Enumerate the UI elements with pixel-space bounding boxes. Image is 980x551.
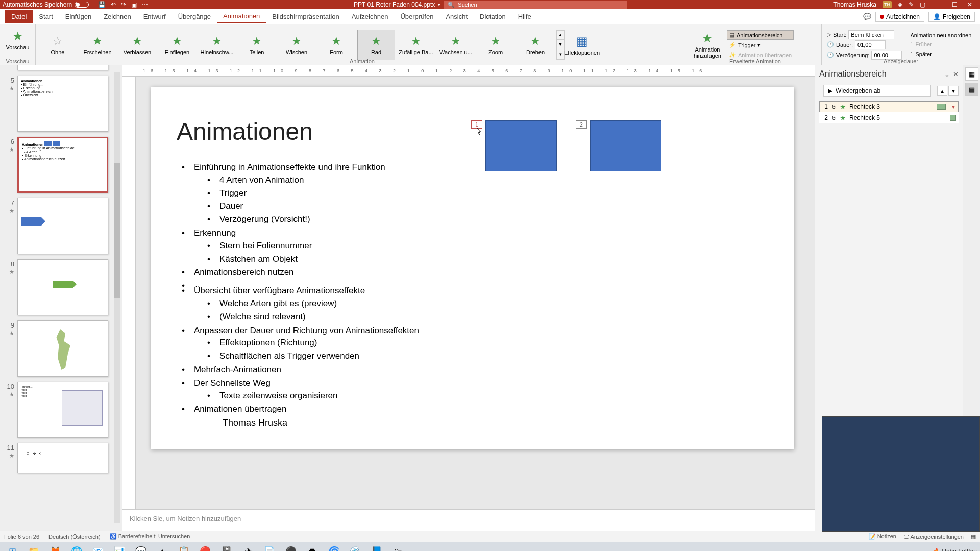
- app-icon[interactable]: ⏺: [303, 543, 322, 551]
- pen-icon[interactable]: ✎: [909, 1, 914, 8]
- user-name[interactable]: Thomas Hruska: [833, 1, 876, 8]
- chrome-icon[interactable]: 🌐: [67, 543, 86, 551]
- view-normal-icon[interactable]: ▦: [971, 533, 976, 540]
- play-from-button[interactable]: ▶ Wiedergeben ab: [823, 85, 931, 97]
- shape-rect-1[interactable]: [485, 120, 557, 171]
- redo-icon[interactable]: ↷: [121, 1, 126, 8]
- slide-body[interactable]: Einführung in Animationseffekte und ihre…: [177, 161, 769, 416]
- anim-wheel[interactable]: ★Rad: [357, 30, 395, 60]
- animation-pane-button[interactable]: ▤Animationsbereich: [727, 30, 794, 40]
- anim-item-1[interactable]: 1 🖱 ★ Rechteck 3 ▼: [819, 101, 959, 112]
- tab-file[interactable]: Datei: [5, 10, 33, 23]
- preview-button[interactable]: ★ Vorschau: [3, 24, 33, 55]
- author-text[interactable]: Thomas Hruska: [223, 418, 287, 429]
- slide-thumb-5[interactable]: Animationen• Einführung...• Erkennung• A…: [17, 76, 108, 132]
- present-icon[interactable]: ▣: [131, 1, 137, 8]
- earlier-button[interactable]: ˄ Früher: [908, 40, 973, 49]
- tab-animations[interactable]: Animationen: [217, 10, 266, 23]
- anim-zoom[interactable]: ★Zoom: [477, 30, 514, 60]
- record-button[interactable]: Aufzeichnen: [875, 12, 924, 22]
- tab-transitions[interactable]: Übergänge: [172, 10, 217, 23]
- close-pane-icon[interactable]: ✕: [953, 70, 959, 78]
- explorer-icon[interactable]: 📁: [24, 543, 43, 551]
- app-icon[interactable]: 📘: [368, 543, 386, 551]
- start-select[interactable]: [848, 30, 894, 39]
- anim-fade[interactable]: ★Verblassen: [118, 30, 156, 60]
- anim-flyin[interactable]: ★Einfliegen: [158, 30, 196, 60]
- tab-insert[interactable]: Einfügen: [59, 10, 97, 23]
- anim-shape[interactable]: ★Form: [317, 30, 355, 60]
- add-animation-button[interactable]: ★ Animation hinzufügen: [692, 30, 723, 60]
- shape-rect-2[interactable]: [590, 120, 662, 171]
- slide-thumb-6[interactable]: Animationen • Einführung in Animationsef…: [17, 137, 108, 193]
- anim-pane-icon[interactable]: ▤: [965, 83, 978, 96]
- anim-appear[interactable]: ★Erscheinen: [79, 30, 116, 60]
- user-avatar[interactable]: TH: [883, 1, 892, 8]
- anim-random[interactable]: ★Zufällige Ba...: [397, 30, 435, 60]
- slide-position[interactable]: Folie 6 von 26: [4, 534, 39, 540]
- gallery-arrows[interactable]: ▲▼▾: [556, 30, 565, 60]
- designer-icon[interactable]: ▦: [965, 67, 978, 81]
- slide-thumb-9[interactable]: [17, 320, 108, 377]
- undo-icon[interactable]: ↶: [111, 1, 116, 8]
- app-icon[interactable]: 🌀: [325, 543, 343, 551]
- tab-dictation[interactable]: Dictation: [474, 10, 512, 23]
- app-icon[interactable]: 🗂: [389, 543, 407, 551]
- app-icon[interactable]: 💬: [132, 543, 150, 551]
- anim-item-2[interactable]: 2 🖱 ★ Rechteck 5: [819, 112, 959, 123]
- save-icon[interactable]: 💾: [98, 1, 106, 8]
- slide-thumb-7[interactable]: [17, 198, 108, 254]
- slide-thumb-10[interactable]: Planung...• text• text• text: [17, 382, 108, 438]
- comments-icon[interactable]: 💬: [863, 13, 871, 20]
- anim-none[interactable]: ☆Ohne: [39, 30, 77, 60]
- tab-design[interactable]: Entwurf: [137, 10, 172, 23]
- slide-thumb-8[interactable]: [17, 259, 108, 315]
- slide-thumb-11[interactable]: ⏱ ⏲ ♡: [17, 443, 108, 473]
- app-icon[interactable]: 📋: [175, 543, 193, 551]
- anim-swivel[interactable]: ★Drehen: [517, 30, 554, 60]
- slide-canvas[interactable]: Animationen Einführung in Animationseffe…: [136, 77, 815, 509]
- language-status[interactable]: Deutsch (Österreich): [48, 534, 100, 540]
- weather-widget[interactable]: 🔥 Hohe Luftfeu: [933, 548, 977, 551]
- filename[interactable]: PPT 01 Roter Faden 004.pptx: [354, 1, 435, 8]
- tab-record[interactable]: Aufzeichnen: [346, 10, 395, 23]
- minimize-button[interactable]: —: [932, 0, 947, 9]
- later-button[interactable]: ˅ Später: [908, 50, 973, 59]
- notes-pane[interactable]: Klicken Sie, um Notizen hinzuzufügen: [122, 509, 815, 531]
- close-button[interactable]: ✕: [962, 0, 977, 9]
- app-icon[interactable]: 📄: [260, 543, 279, 551]
- telegram-icon[interactable]: ✈: [239, 543, 257, 551]
- duration-input[interactable]: [855, 40, 886, 49]
- thumbnail-scrollbar[interactable]: [113, 65, 121, 531]
- accessibility-status[interactable]: ♿ Barrierefreiheit: Untersuchen: [110, 533, 190, 540]
- display-settings-button[interactable]: 🖵 Anzeigeeinstellungen: [903, 534, 964, 540]
- maximize-button[interactable]: ☐: [947, 0, 962, 9]
- tab-draw[interactable]: Zeichnen: [97, 10, 137, 23]
- slide[interactable]: Animationen Einführung in Animationseffe…: [151, 87, 794, 449]
- anim-split[interactable]: ★Teilen: [238, 30, 276, 60]
- diamond-icon[interactable]: ◈: [898, 1, 902, 8]
- firefox-icon[interactable]: 🦊: [46, 543, 64, 551]
- chevron-down-icon[interactable]: ⌄: [944, 70, 950, 78]
- dropdown-icon[interactable]: ▼: [951, 104, 956, 110]
- tab-start[interactable]: Start: [33, 10, 59, 23]
- start-button[interactable]: ⊞: [3, 543, 21, 551]
- effect-options-button[interactable]: ▦ Effektoptionen: [567, 30, 597, 60]
- move-up-button[interactable]: ▲: [937, 86, 947, 96]
- tab-help[interactable]: Hilfe: [512, 10, 537, 23]
- anim-tag-2[interactable]: 2: [576, 120, 587, 129]
- slide-thumb-4[interactable]: [17, 65, 108, 70]
- tab-slideshow[interactable]: Bildschirmpräsentation: [266, 10, 346, 23]
- vlc-icon[interactable]: ▲: [153, 543, 172, 551]
- notes-button[interactable]: 📝 Notizen: [869, 533, 896, 540]
- move-down-button[interactable]: ▼: [948, 86, 959, 96]
- tab-view[interactable]: Ansicht: [439, 10, 474, 23]
- onenote-icon[interactable]: 📓: [217, 543, 236, 551]
- dropdown-icon[interactable]: ▾: [438, 2, 440, 7]
- app-icon[interactable]: 🔴: [196, 543, 214, 551]
- tab-review[interactable]: Überprüfen: [394, 10, 439, 23]
- edge-icon[interactable]: 🌊: [346, 543, 364, 551]
- more-icon[interactable]: ⋯: [142, 1, 148, 8]
- anim-wipe[interactable]: ★Wischen: [278, 30, 315, 60]
- trigger-button[interactable]: ⚡Trigger ▾: [727, 41, 794, 49]
